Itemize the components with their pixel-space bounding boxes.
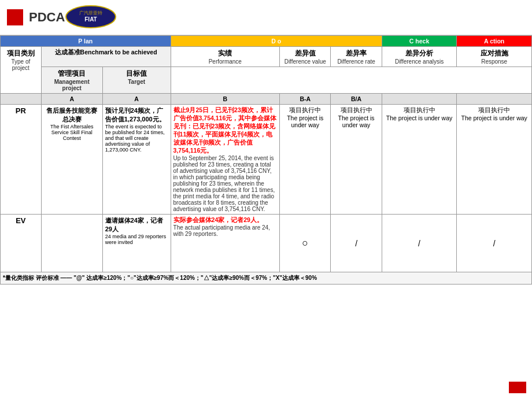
row-perf-ev: 实际参会媒体24家，记者29人。 The actual participatin… — [171, 215, 280, 272]
table-row: EV 邀请媒体24家，记者29人 24 media and 29 reporte… — [1, 215, 532, 272]
section-do: D o — [171, 36, 382, 47]
section-plan: P lan — [1, 36, 171, 47]
page-title: PDCA — [29, 10, 65, 25]
letter-b: B — [171, 94, 280, 105]
response-header: 应对措施 Response — [457, 47, 532, 67]
row-perf-pr: 截止9月25日，已见刊23频次，累计广告价值3,754,116元，其中参会媒体见… — [171, 105, 280, 215]
bottom-red-box — [509, 382, 526, 393]
footer-row: *量化类指标 评价标准 —— "@" 达成率≥120%；"○"达成率≥97%而＜… — [1, 272, 532, 285]
letter-a2: A — [102, 94, 171, 105]
perf-header: 实绩 Performance — [171, 47, 280, 67]
col-sub-header-row: 管理项目 Management project 目标值 Target — [1, 67, 532, 94]
row-diffrate-pr: 项目执行中 The project is under way — [331, 105, 382, 215]
empty-type-cell — [1, 94, 42, 105]
row-response-pr: 项目执行中 The project is under way — [457, 105, 532, 215]
letter-ba: B-A — [280, 94, 331, 105]
row-diffanalysis-pr: 项目执行中 The project is under way — [382, 105, 457, 215]
page-header: PDCA 广汽菲亚特 FIAT — [0, 0, 532, 35]
fiat-logo: 广汽菲亚特 FIAT — [65, 5, 117, 30]
pdca-logo-box — [7, 9, 23, 25]
row-diffval-ev: ○ — [280, 215, 331, 272]
row-type-ev: EV — [1, 215, 42, 272]
section-action: A ction — [457, 36, 532, 47]
svg-text:广汽菲亚特: 广汽菲亚特 — [79, 10, 102, 16]
section-check: C heck — [382, 36, 457, 47]
row-type-pr: PR — [1, 105, 42, 215]
row-target-pr: 预计见刊24频次，广告价值1,273,000元。 The event is ex… — [102, 105, 171, 215]
section-header-row: P lan D o C heck A ction — [1, 36, 532, 47]
type-header: 项目类别 Type of project — [1, 47, 42, 94]
row-diffrate-ev: / — [331, 215, 382, 272]
row-diffanalysis-ev: / — [382, 215, 457, 272]
row-mgmt-ev — [41, 215, 102, 272]
pdca-table: P lan D o C heck A ction 项目类别 Type of pr… — [0, 35, 532, 285]
diff-analysis-header: 差异分析 Difference analysis — [382, 47, 457, 67]
row-mgmt-pr: 售后服务技能竞赛总决赛 The Fist Aftersales Service … — [41, 105, 102, 215]
letter-b-a: B/A — [331, 94, 382, 105]
col-header-row: 项目类别 Type of project 达成基准Benchmark to be… — [1, 47, 532, 67]
table-row: PR 售后服务技能竞赛总决赛 The Fist Aftersales Servi… — [1, 105, 532, 215]
letter-row: A A B B-A B/A — [1, 94, 532, 105]
diff-rate-header: 差异率 Difference rate — [331, 47, 382, 67]
diff-val-header: 差异值 Difference value — [280, 47, 331, 67]
svg-text:FIAT: FIAT — [85, 16, 97, 23]
target-header: 目标值 Target — [102, 67, 171, 94]
row-diffval-pr: 项目执行中 The project is under way — [280, 105, 331, 215]
row-response-ev: / — [457, 215, 532, 272]
benchmark-header: 达成基准Benchmark to be achieved — [41, 47, 171, 67]
letter-a: A — [41, 94, 102, 105]
mgmt-header: 管理项目 Management project — [41, 67, 102, 94]
row-target-ev: 邀请媒体24家，记者29人 24 media and 29 reporters … — [102, 215, 171, 272]
footer-text: *量化类指标 评价标准 —— "@" 达成率≥120%；"○"达成率≥97%而＜… — [1, 272, 532, 285]
